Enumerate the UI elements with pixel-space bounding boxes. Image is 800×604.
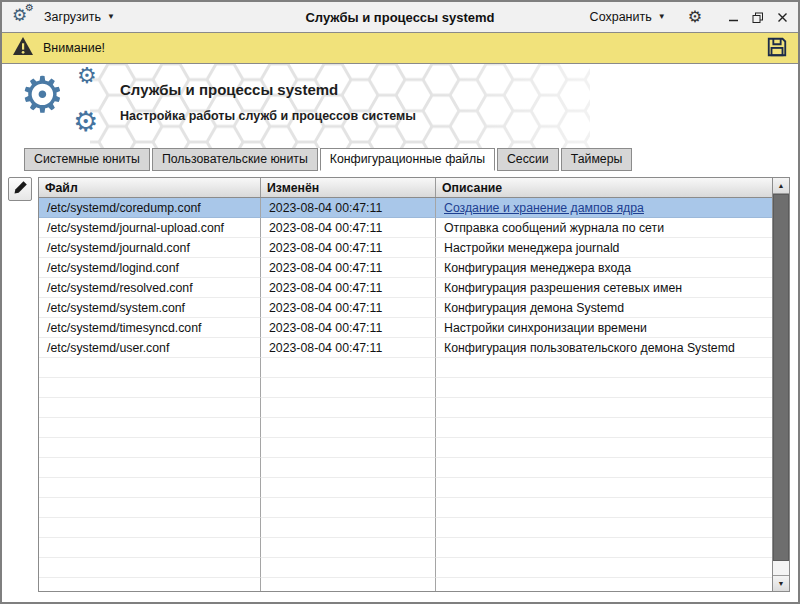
load-button-label: Загрузить <box>44 10 101 24</box>
file-cell: /etc/systemd/system.conf <box>39 298 261 318</box>
vertical-scrollbar[interactable]: ▲ ▼ <box>773 177 790 592</box>
file-cell: /etc/systemd/journal-upload.conf <box>39 218 261 238</box>
table-header: Файл Изменён Описание <box>39 178 772 198</box>
gear-icon: ⚙ <box>688 8 702 25</box>
page-title: Службы и процессы systemd <box>120 81 416 98</box>
scroll-up-button[interactable]: ▲ <box>773 178 789 194</box>
file-cell: /etc/systemd/coredump.conf <box>39 198 261 218</box>
table-row[interactable]: /etc/systemd/resolved.conf 2023-08-04 00… <box>39 278 772 298</box>
gear-icon: ⚙ <box>73 108 98 136</box>
config-files-table: Файл Изменён Описание /etc/systemd/cored… <box>38 177 773 592</box>
table-row-empty <box>39 478 772 498</box>
table-row[interactable]: /etc/systemd/journal-upload.conf 2023-08… <box>39 218 772 238</box>
minimize-button[interactable] <box>728 12 739 23</box>
scroll-down-button[interactable]: ▼ <box>773 575 789 591</box>
table-row-empty <box>39 578 772 591</box>
side-toolbar <box>8 177 38 592</box>
file-cell: /etc/systemd/user.conf <box>39 338 261 358</box>
description-link[interactable]: Создание и хранение дампов ядра <box>444 201 644 215</box>
table-row-empty <box>39 458 772 478</box>
description-cell: Настройки синхронизации времени <box>436 318 772 338</box>
file-cell: /etc/systemd/timesyncd.conf <box>39 318 261 338</box>
modified-cell: 2023-08-04 00:47:11 <box>261 198 436 218</box>
modified-cell: 2023-08-04 00:47:11 <box>261 218 436 238</box>
description-cell: Конфигурация демона Systemd <box>436 298 772 318</box>
table-row[interactable]: /etc/systemd/logind.conf 2023-08-04 00:4… <box>39 258 772 278</box>
settings-gear-button[interactable]: ⚙ <box>686 9 704 25</box>
floppy-disk-icon <box>766 36 788 61</box>
tab-timers[interactable]: Таймеры <box>561 148 633 171</box>
title-bar: ⚙ ⚙ Загрузить ▼ Службы и процессы system… <box>2 2 798 32</box>
table-row-empty <box>39 518 772 538</box>
tab-user-units[interactable]: Пользовательские юниты <box>152 148 318 171</box>
pencil-icon <box>13 180 28 198</box>
table-row-empty <box>39 378 772 398</box>
column-header-file[interactable]: Файл <box>39 178 261 197</box>
scrollbar-track[interactable] <box>773 194 789 575</box>
arrow-down-icon: ▼ <box>778 580 785 587</box>
load-dropdown-button[interactable]: Загрузить ▼ <box>38 6 121 28</box>
arrow-up-icon: ▲ <box>778 182 785 189</box>
save-file-button[interactable] <box>766 36 788 61</box>
table-row-empty <box>39 438 772 458</box>
file-cell: /etc/systemd/resolved.conf <box>39 278 261 298</box>
description-cell: Конфигурация разрешения сетевых имен <box>436 278 772 298</box>
table-row-empty <box>39 558 772 578</box>
file-cell: /etc/systemd/journald.conf <box>39 238 261 258</box>
page-subtitle: Настройка работы служб и процессов систе… <box>120 109 416 123</box>
gear-icon: ⚙ <box>25 2 34 14</box>
modified-cell: 2023-08-04 00:47:11 <box>261 278 436 298</box>
file-cell: /etc/systemd/logind.conf <box>39 258 261 278</box>
main-content: Файл Изменён Описание /etc/systemd/cored… <box>2 171 798 602</box>
warning-bar: Внимание! <box>2 32 798 64</box>
edit-button[interactable] <box>8 177 32 201</box>
modified-cell: 2023-08-04 00:47:11 <box>261 238 436 258</box>
description-cell: Создание и хранение дампов ядра <box>436 198 772 218</box>
app-gears-icon: ⚙ ⚙ <box>12 5 38 29</box>
chevron-down-icon: ▼ <box>107 13 115 21</box>
description-cell: Конфигурация менеджера входа <box>436 258 772 278</box>
description-cell: Отправка сообщений журнала по сети <box>436 218 772 238</box>
modified-cell: 2023-08-04 00:47:11 <box>261 318 436 338</box>
close-button[interactable] <box>777 12 788 23</box>
modified-cell: 2023-08-04 00:47:11 <box>261 338 436 358</box>
table-row[interactable]: /etc/systemd/timesyncd.conf 2023-08-04 0… <box>39 318 772 338</box>
table-row-empty <box>39 538 772 558</box>
tab-config-files[interactable]: Конфигурационные файлы <box>320 148 495 171</box>
restore-button[interactable] <box>752 12 764 23</box>
scrollbar-thumb[interactable] <box>773 194 789 561</box>
table-row[interactable]: /etc/systemd/user.conf 2023-08-04 00:47:… <box>39 338 772 358</box>
table-row-empty <box>39 498 772 518</box>
description-cell: Конфигурация пользовательского демона Sy… <box>436 338 772 358</box>
tab-bar: Системные юниты Пользовательские юниты К… <box>2 148 798 171</box>
table-body: /etc/systemd/coredump.conf 2023-08-04 00… <box>39 198 772 591</box>
tab-sessions[interactable]: Сессии <box>497 148 559 171</box>
app-logo-gears-icon: ⚙ ⚙ ⚙ <box>20 66 120 146</box>
table-row[interactable]: /etc/systemd/journald.conf 2023-08-04 00… <box>39 238 772 258</box>
table-row[interactable]: /etc/systemd/system.conf 2023-08-04 00:4… <box>39 298 772 318</box>
column-header-modified[interactable]: Изменён <box>261 178 436 197</box>
save-button-label: Сохранить <box>590 10 652 24</box>
warning-text: Внимание! <box>43 41 105 55</box>
tab-system-units[interactable]: Системные юниты <box>24 148 150 171</box>
gear-icon: ⚙ <box>77 65 97 87</box>
modified-cell: 2023-08-04 00:47:11 <box>261 258 436 278</box>
window-controls <box>728 12 788 23</box>
table-row-empty <box>39 358 772 378</box>
table-row-empty <box>39 418 772 438</box>
table-row[interactable]: /etc/systemd/coredump.conf 2023-08-04 00… <box>39 198 772 218</box>
app-window: ⚙ ⚙ Загрузить ▼ Службы и процессы system… <box>0 0 800 604</box>
modified-cell: 2023-08-04 00:47:11 <box>261 298 436 318</box>
chevron-down-icon: ▼ <box>658 13 666 21</box>
description-cell: Настройки менеджера journald <box>436 238 772 258</box>
gear-icon: ⚙ <box>20 70 65 120</box>
column-header-description[interactable]: Описание <box>436 178 772 197</box>
save-dropdown-button[interactable]: Сохранить ▼ <box>584 6 672 28</box>
table-row-empty <box>39 398 772 418</box>
page-header: ⚙ ⚙ ⚙ Службы и процессы systemd Настройк… <box>2 64 798 148</box>
warning-triangle-icon <box>12 36 34 60</box>
